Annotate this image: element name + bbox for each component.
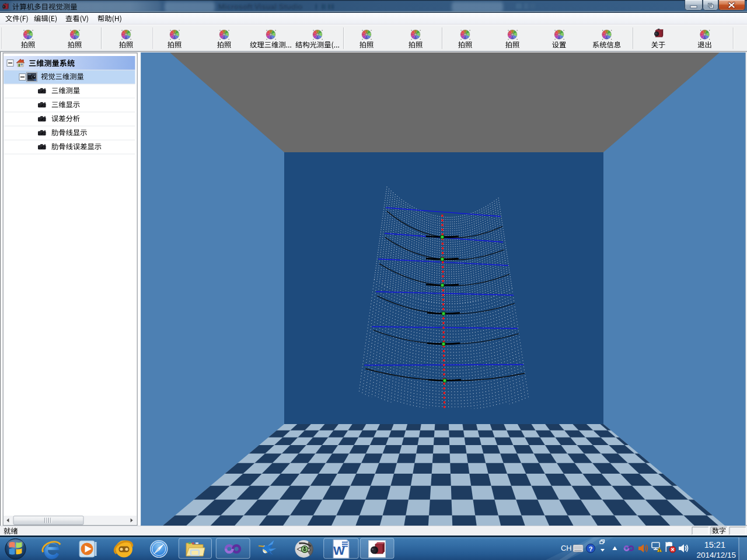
svg-text:W: W bbox=[333, 544, 345, 557]
svg-text:Microsoft Visual Studio: Microsoft Visual Studio bbox=[218, 2, 302, 11]
svg-text:I II III: I II III bbox=[315, 2, 334, 11]
svg-text:CH: CH bbox=[561, 544, 571, 552]
svg-text:15:21: 15:21 bbox=[704, 540, 725, 550]
svg-text:?: ? bbox=[589, 545, 593, 552]
svg-text:2014/12/15: 2014/12/15 bbox=[696, 551, 736, 559]
